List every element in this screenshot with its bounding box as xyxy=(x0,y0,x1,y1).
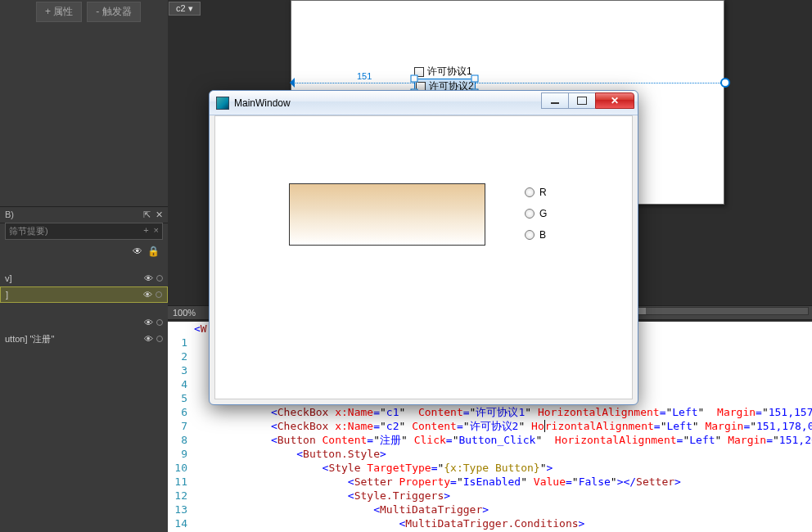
margin-anchor-left-icon[interactable] xyxy=(285,78,295,88)
pin-icon[interactable]: ⇱ xyxy=(143,210,151,220)
close-panel-icon[interactable]: ✕ xyxy=(156,210,163,220)
radio-r[interactable]: R xyxy=(525,187,547,198)
radio-label: R xyxy=(539,187,547,198)
checkbox-label: 许可协议1 xyxy=(427,65,472,79)
window-titlebar[interactable]: MainWindow xyxy=(210,91,638,115)
chevron-down-icon: ▾ xyxy=(188,3,193,13)
plus-icon[interactable]: + xyxy=(143,225,148,237)
radio-b[interactable]: B xyxy=(525,229,547,241)
selection-guide-line xyxy=(291,83,724,83)
margin-measure-label: 151 xyxy=(357,71,372,81)
line-number-gutter: 1 2 3 4 5 6 7 8 9 10 11 12 13 14 15 16 xyxy=(168,322,192,532)
radio-icon xyxy=(525,187,535,197)
eye-icon[interactable]: 👁 xyxy=(144,318,153,327)
eye-icon[interactable]: 👁 xyxy=(144,273,153,283)
register-button[interactable] xyxy=(289,183,485,246)
selection-handle[interactable] xyxy=(471,75,479,83)
running-window[interactable]: MainWindow R G B xyxy=(209,90,638,405)
lock-icon[interactable]: 🔒 xyxy=(147,246,160,257)
radio-group: R G B xyxy=(525,187,547,250)
eye-icon[interactable]: 👁 xyxy=(144,334,153,344)
tab-c2[interactable]: c2 ▾ xyxy=(169,2,201,16)
objects-tree: v] 👁 ] 👁 👁 utton] "注册" 👁 xyxy=(0,270,168,347)
tree-item-window[interactable]: v] 👁 xyxy=(0,270,168,286)
lock-dot[interactable] xyxy=(156,275,163,282)
radio-icon xyxy=(525,209,535,219)
panel-label: B) xyxy=(5,210,14,220)
radio-icon xyxy=(525,230,535,240)
window-title: MainWindow xyxy=(234,97,291,109)
search-clear-icon[interactable]: × xyxy=(154,225,159,237)
lock-dot[interactable] xyxy=(156,319,163,326)
triggers-button[interactable]: - 触发器 xyxy=(87,2,140,22)
lock-dot[interactable] xyxy=(156,291,162,298)
tree-item-grid[interactable]: 👁 xyxy=(0,314,168,331)
radio-label: G xyxy=(539,208,547,219)
radio-g[interactable]: G xyxy=(525,208,547,219)
tree-item-selected[interactable]: ] 👁 xyxy=(0,286,168,303)
tree-item-button[interactable]: utton] "注册" 👁 xyxy=(0,331,168,347)
selection-handle[interactable] xyxy=(411,75,418,83)
design-checkbox-1[interactable]: 许可协议1 xyxy=(414,65,476,79)
window-client-area: R G B xyxy=(214,115,633,399)
app-icon xyxy=(216,97,229,110)
zoom-level[interactable]: 100% xyxy=(173,308,196,318)
minimize-button[interactable] xyxy=(541,92,569,109)
margin-anchor-right-icon[interactable] xyxy=(720,78,730,88)
maximize-button[interactable] xyxy=(568,92,596,109)
left-properties-panel: + 属性 - 触发器 B) ⇱ ✕ 筛节提要) + × 👁 🔒 v] 👁 ] 👁 xyxy=(0,0,168,532)
search-input[interactable]: 筛节提要) + × xyxy=(5,223,163,240)
radio-label: B xyxy=(539,229,546,241)
objects-panel-header: B) ⇱ ✕ xyxy=(0,206,168,223)
lock-dot[interactable] xyxy=(156,336,163,342)
eye-icon[interactable]: 👁 xyxy=(133,246,142,257)
close-button[interactable] xyxy=(595,92,634,109)
add-property-button[interactable]: + 属性 xyxy=(36,2,82,22)
eye-icon[interactable]: 👁 xyxy=(143,290,152,300)
